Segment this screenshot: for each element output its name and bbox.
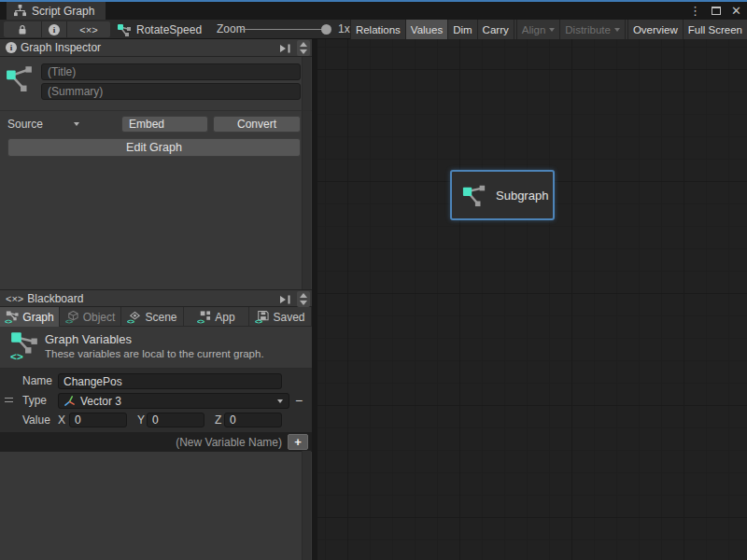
kebab-menu-icon[interactable]: ⋮ — [689, 2, 701, 20]
name-label: Name — [22, 373, 56, 389]
y-label: Y — [137, 413, 145, 427]
lock-button[interactable] — [4, 21, 42, 37]
graph-inspector-title: Graph Inspector — [21, 41, 101, 54]
node-label: Subgraph — [496, 189, 548, 203]
graph-toolbar: i <×> RotateSpeed Zoom 1x Relations Valu… — [0, 20, 747, 39]
graph-variables-icon: <> — [9, 330, 39, 360]
z-value-input[interactable] — [224, 413, 282, 427]
y-value-input[interactable] — [147, 413, 204, 427]
scroll-down-icon — [300, 49, 307, 54]
code-view-button[interactable]: <×> — [67, 21, 110, 37]
tab-app-variables[interactable]: <> App — [184, 307, 249, 327]
chevron-down-icon — [614, 28, 620, 32]
tab-graph-variables[interactable]: <> Graph — [0, 307, 60, 327]
drag-handle[interactable] — [5, 398, 13, 402]
sidebar: i Graph Inspector Source — [0, 39, 312, 560]
source-label: Source — [7, 116, 43, 133]
variables-icon: <×> — [6, 293, 23, 304]
vector3-icon — [63, 395, 76, 407]
overview-button[interactable]: Overview — [627, 20, 683, 39]
inspector-scrollbar-track[interactable] — [302, 57, 311, 289]
script-graph-window: Script Graph ⋮ ✕ i <×> — [0, 0, 747, 560]
info-icon: i — [6, 42, 17, 53]
info-icon: i — [49, 24, 60, 35]
dim-button[interactable]: Dim — [447, 20, 476, 39]
divider — [0, 110, 312, 111]
full-screen-button[interactable]: Full Screen — [683, 20, 747, 39]
app-icon: <> — [197, 311, 211, 324]
dock-button[interactable] — [279, 42, 292, 54]
zoom-slider[interactable] — [241, 29, 331, 30]
convert-button[interactable]: Convert — [213, 116, 301, 133]
tab-script-graph[interactable]: Script Graph — [7, 2, 106, 20]
new-variable-row: + — [0, 432, 312, 452]
blackboard-scrollbar-track[interactable] — [302, 451, 311, 560]
x-label: X — [58, 413, 65, 427]
svg-text:<>: <> — [5, 317, 12, 323]
toolbar-left-group: i <×> — [4, 21, 110, 37]
cube-icon: <> — [65, 311, 79, 324]
source-select[interactable]: Embed — [121, 116, 208, 133]
graph-variables-description: These variables are local to the current… — [45, 348, 264, 359]
chevron-down-icon — [74, 122, 79, 126]
toolbar-right-group: Relations Values Dim Carry Align Distrib… — [350, 20, 747, 39]
titlebar: Script Graph ⋮ ✕ — [0, 2, 747, 20]
graph-title-input[interactable] — [41, 63, 301, 80]
blackboard-title: Blackboard — [27, 292, 83, 305]
x-value-input[interactable] — [69, 413, 127, 427]
scroll-up-icon — [300, 293, 307, 298]
variable-type-select[interactable]: Vector 3 — [58, 393, 289, 409]
new-variable-input[interactable] — [6, 434, 282, 450]
svg-text:<>: <> — [197, 317, 204, 323]
svg-text:<>: <> — [10, 350, 23, 360]
graph-icon — [461, 183, 487, 207]
relations-button[interactable]: Relations — [350, 20, 405, 39]
scrollbar-arrows[interactable] — [297, 291, 310, 307]
zoom-slider-handle[interactable] — [321, 24, 331, 35]
graph-inspector-header[interactable]: i Graph Inspector — [0, 39, 312, 57]
tab-object-variables[interactable]: <> Object — [60, 307, 121, 327]
values-button[interactable]: Values — [405, 20, 447, 39]
close-icon[interactable]: ✕ — [731, 2, 741, 20]
breadcrumb-label: RotateSpeed — [136, 23, 202, 36]
scroll-up-icon — [300, 42, 307, 47]
z-label: Z — [215, 413, 221, 427]
type-label: Type — [22, 393, 56, 409]
carry-button[interactable]: Carry — [477, 20, 514, 39]
dock-icon — [279, 43, 291, 54]
tab-scene-variables[interactable]: <> Scene — [121, 307, 184, 327]
tab-label: Script Graph — [32, 5, 94, 18]
variable-row: Name Type Vector 3 − Value X Y Z — [0, 369, 312, 432]
dock-button[interactable] — [279, 293, 292, 305]
scrollbar-arrows[interactable] — [297, 40, 310, 56]
save-icon: <> — [255, 311, 269, 324]
graph-variables-title: Graph Variables — [45, 332, 132, 346]
info-button[interactable]: i — [42, 21, 67, 37]
scroll-down-icon — [300, 301, 307, 305]
chevron-down-icon — [549, 28, 555, 32]
maximize-icon[interactable] — [712, 7, 721, 15]
zoom-value: 1x — [338, 20, 350, 39]
graph-breadcrumb[interactable]: RotateSpeed — [118, 20, 202, 39]
source-value: Embed — [129, 118, 164, 131]
graph-summary-input[interactable] — [41, 83, 301, 100]
distribute-dropdown[interactable]: Distribute — [559, 20, 625, 39]
graph-icon — [118, 23, 131, 36]
svg-text:<>: <> — [65, 317, 73, 323]
type-value: Vector 3 — [80, 395, 121, 408]
window-controls: ⋮ ✕ — [689, 2, 741, 20]
scene-icon: <> — [127, 311, 141, 324]
remove-variable-button[interactable]: − — [290, 393, 307, 408]
tab-saved-variables[interactable]: <> Saved — [249, 307, 312, 327]
lock-icon — [17, 24, 28, 35]
chevron-down-icon — [277, 399, 283, 403]
subgraph-node[interactable]: Subgraph — [450, 170, 555, 220]
variable-name-input[interactable] — [58, 373, 282, 389]
blackboard-header[interactable]: <×> Blackboard — [0, 289, 312, 307]
code-icon: <×> — [79, 24, 97, 35]
edit-graph-button[interactable]: Edit Graph — [7, 138, 301, 157]
align-dropdown[interactable]: Align — [516, 20, 560, 39]
graph-canvas[interactable]: Subgraph — [317, 39, 747, 560]
add-variable-button[interactable]: + — [288, 434, 308, 450]
graph-hierarchy-icon — [14, 5, 26, 17]
